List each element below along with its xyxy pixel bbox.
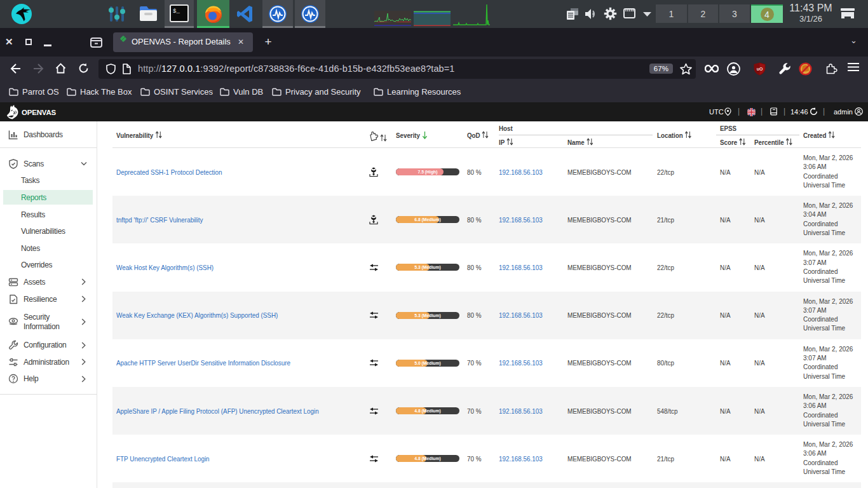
- svg-text:$_: $_: [173, 8, 180, 15]
- svg-text:uO: uO: [757, 67, 763, 71]
